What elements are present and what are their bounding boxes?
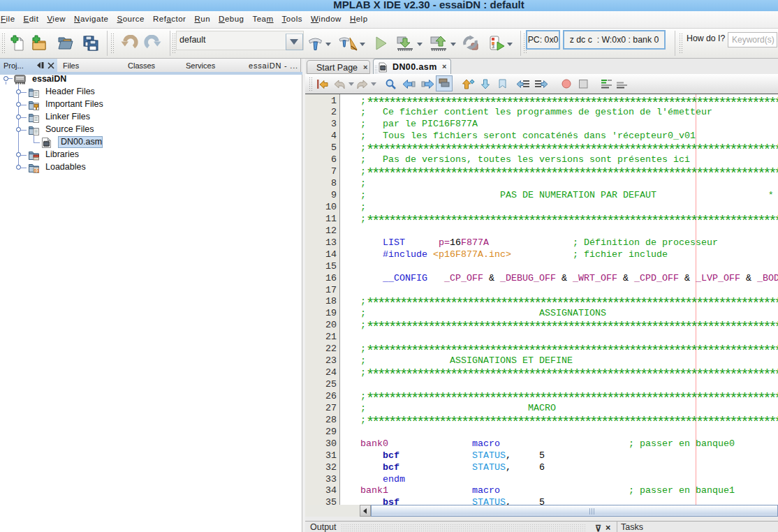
svg-text:01: 01: [34, 168, 40, 173]
svg-text:3: 3: [492, 44, 494, 49]
